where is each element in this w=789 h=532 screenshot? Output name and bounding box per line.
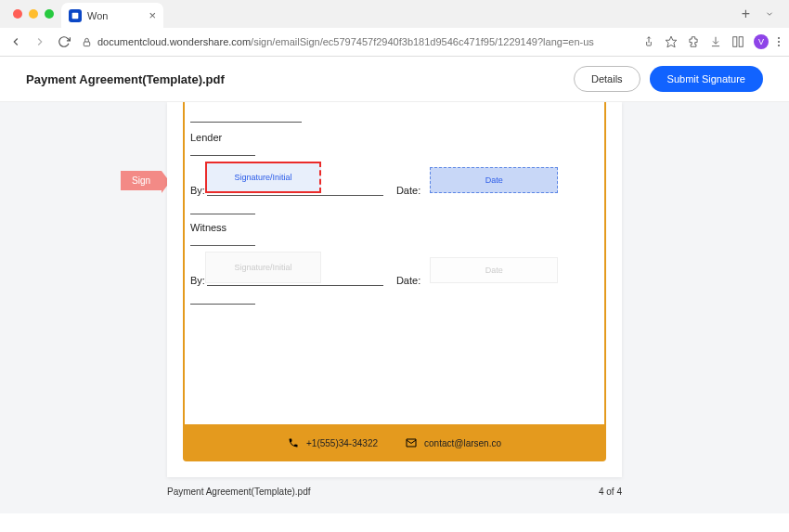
svg-rect-6 [739,37,743,47]
window-maximize-button[interactable] [45,9,54,19]
bookmark-icon[interactable] [665,35,678,48]
profile-avatar[interactable]: V [754,34,769,49]
footer-filename: Payment Agreement(Template).pdf [167,487,311,497]
window-minimize-button[interactable] [29,9,38,19]
toolbar-icons: V [642,34,780,49]
reading-list-icon[interactable] [731,35,744,48]
browser-tab[interactable]: Won × [61,3,163,28]
tab-title: Won [87,10,143,21]
details-button[interactable]: Details [574,66,640,92]
lock-icon [82,37,92,47]
tab-close-button[interactable]: × [149,8,156,22]
sign-here-tag[interactable]: Sign [121,171,162,190]
footer-email: contact@larsen.co [424,438,501,448]
submit-signature-button[interactable]: Submit Signature [650,66,763,92]
tabs-menu-button[interactable] [756,9,783,19]
phone-icon [288,437,299,448]
address-bar: documentcloud.wondershare.com/sign/email… [0,28,789,56]
forward-button[interactable] [33,35,46,48]
svg-marker-3 [666,36,677,47]
document-title: Payment Agreement(Template).pdf [26,72,225,86]
url-field[interactable]: documentcloud.wondershare.com/sign/email… [82,36,631,47]
document-canvas: Sign Lender By: Signature/Initial Date: … [0,102,789,513]
back-button[interactable] [9,35,22,48]
new-tab-button[interactable]: + [736,6,756,22]
document-border [183,102,606,461]
svg-rect-1 [84,42,89,46]
svg-rect-5 [733,37,737,47]
url-text: documentcloud.wondershare.com/sign/email… [97,36,594,47]
browser-menu-button[interactable] [778,37,780,46]
svg-rect-0 [72,12,79,19]
window-controls [6,9,54,19]
tab-strip: Won × + [0,0,789,28]
document-page: Lender By: Signature/Initial Date: Date [167,102,622,477]
page-indicator: 4 of 4 [599,487,622,497]
app-header: Payment Agreement(Template).pdf Details … [0,57,789,102]
extensions-icon[interactable] [687,35,700,48]
header-actions: Details Submit Signature [574,66,763,92]
email-icon [406,437,417,448]
document-footer: +1(555)34-34322 contact@larsen.co [183,424,606,461]
window-close-button[interactable] [13,9,22,19]
reload-button[interactable] [58,35,71,48]
tab-favicon [69,9,82,22]
share-icon[interactable] [642,35,655,48]
browser-chrome: Won × + documentcloud.wondershare.com/si… [0,0,789,57]
footer-phone: +1(555)34-34322 [306,438,378,448]
download-icon[interactable] [709,35,722,48]
